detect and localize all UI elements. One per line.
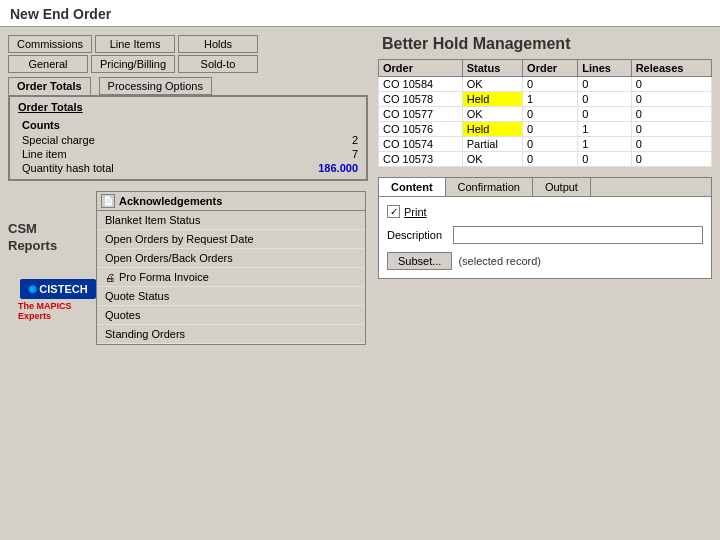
left-panel: Commissions Line Items Holds General Pri… — [8, 35, 368, 529]
content-tabs: Content Confirmation Output — [379, 178, 711, 197]
line-item-label: Line item — [22, 148, 278, 160]
tab-line-items[interactable]: Line Items — [95, 35, 175, 53]
cell-type: CO 10578 — [379, 92, 463, 107]
cell-order: 0 — [523, 122, 578, 137]
list-item[interactable]: Blanket Item Status — [97, 211, 365, 230]
cell-status: Partial — [462, 137, 522, 152]
table-row[interactable]: CO 10576 Held 0 1 0 — [379, 122, 712, 137]
list-item[interactable]: 🖨 Pro Forma Invoice — [97, 268, 365, 287]
bottom-left-area: CSM Reports ◉ CISTECH The MAPICS Experts — [8, 191, 368, 345]
bhm-table: Order Status Order Lines Releases CO 105… — [378, 59, 712, 167]
cell-status: Held — [462, 122, 522, 137]
counts-label: Counts — [22, 119, 358, 131]
logo-text: CISTECH — [39, 283, 87, 295]
cell-type: CO 10573 — [379, 152, 463, 167]
cell-order: 1 — [523, 92, 578, 107]
table-row[interactable]: CO 10574 Partial 0 1 0 — [379, 137, 712, 152]
tab-order-totals[interactable]: Order Totals — [8, 77, 91, 95]
print-label: Print — [404, 206, 427, 218]
cell-lines: 1 — [578, 137, 631, 152]
cell-lines: 1 — [578, 122, 631, 137]
cell-lines: 0 — [578, 107, 631, 122]
csm-label-line2: Reports — [8, 238, 57, 253]
ack-item-label: Pro Forma Invoice — [119, 271, 209, 283]
tab-row-1: Commissions Line Items Holds — [8, 35, 368, 53]
tab-holds[interactable]: Holds — [178, 35, 258, 53]
ack-item-label: Open Orders by Request Date — [105, 233, 254, 245]
print-checkbox[interactable]: ✓ — [387, 205, 400, 218]
content-area: Commissions Line Items Holds General Pri… — [0, 27, 720, 537]
quantity-hash-value: 186.000 — [278, 162, 358, 174]
print-row: ✓ Print — [387, 205, 703, 218]
panel-title: Order Totals — [18, 101, 358, 113]
tab-output[interactable]: Output — [533, 178, 591, 196]
cell-status: OK — [462, 107, 522, 122]
cell-releases: 0 — [631, 92, 711, 107]
col-lines: Lines — [578, 60, 631, 77]
ack-icon: 📄 — [101, 194, 115, 208]
cell-status: OK — [462, 152, 522, 167]
list-item[interactable]: Open Orders by Request Date — [97, 230, 365, 249]
acknowledgements-panel: 📄 Acknowledgements Blanket Item Status O… — [96, 191, 366, 345]
tab-content[interactable]: Content — [379, 178, 446, 196]
csm-reports-label: CSM Reports ◉ CISTECH The MAPICS Experts — [8, 191, 88, 345]
tab-sold-to[interactable]: Sold-to — [178, 55, 258, 73]
quantity-hash-label: Quantity hash total — [22, 162, 278, 174]
cell-type: CO 10576 — [379, 122, 463, 137]
line-item-value: 7 — [278, 148, 358, 160]
cell-releases: 0 — [631, 152, 711, 167]
cell-releases: 0 — [631, 137, 711, 152]
col-status: Status — [462, 60, 522, 77]
cell-type: CO 10584 — [379, 77, 463, 92]
cell-status: OK — [462, 77, 522, 92]
col-order: Order — [379, 60, 463, 77]
window-title: New End Order — [10, 6, 111, 22]
description-field[interactable] — [453, 226, 703, 244]
cell-order: 0 — [523, 137, 578, 152]
special-charge-value: 2 — [278, 134, 358, 146]
subset-button[interactable]: Subset... — [387, 252, 452, 270]
cell-type: CO 10577 — [379, 107, 463, 122]
tab-pricing-billing[interactable]: Pricing/Billing — [91, 55, 175, 73]
cell-order: 0 — [523, 107, 578, 122]
cell-type: CO 10574 — [379, 137, 463, 152]
bhm-title: Better Hold Management — [378, 35, 712, 53]
main-tab-row: Order Totals Processing Options — [8, 77, 368, 95]
list-item[interactable]: Quotes — [97, 306, 365, 325]
subset-row: Subset... (selected record) — [387, 252, 703, 270]
list-item[interactable]: Standing Orders — [97, 325, 365, 344]
cell-lines: 0 — [578, 152, 631, 167]
tab-confirmation[interactable]: Confirmation — [446, 178, 533, 196]
table-row: Special charge 2 — [22, 133, 358, 147]
counts-section: Counts Special charge 2 Line item 7 Quan… — [18, 119, 358, 175]
description-row: Description — [387, 226, 703, 244]
list-item[interactable]: Quote Status — [97, 287, 365, 306]
content-confirmation-panel: Content Confirmation Output ✓ Print Desc… — [378, 177, 712, 279]
cell-order: 0 — [523, 152, 578, 167]
cell-releases: 0 — [631, 122, 711, 137]
tab-processing-options[interactable]: Processing Options — [99, 77, 212, 95]
tab-commissions[interactable]: Commissions — [8, 35, 92, 53]
cell-lines: 0 — [578, 77, 631, 92]
ack-item-label: Quote Status — [105, 290, 169, 302]
main-window: New End Order Commissions Line Items Hol… — [0, 0, 720, 540]
logo-box: ◉ CISTECH — [20, 279, 95, 299]
tab-row-2: General Pricing/Billing Sold-to — [8, 55, 368, 73]
logo-subtitle: The MAPICS Experts — [18, 301, 98, 321]
printer-icon: 🖨 — [105, 272, 115, 283]
col-order-count: Order — [523, 60, 578, 77]
logo-area: ◉ CISTECH The MAPICS Experts — [18, 279, 98, 321]
bhm-section: Better Hold Management Order Status Orde… — [378, 35, 712, 167]
cell-lines: 0 — [578, 92, 631, 107]
table-row[interactable]: CO 10578 Held 1 0 0 — [379, 92, 712, 107]
tab-general[interactable]: General — [8, 55, 88, 73]
table-row[interactable]: CO 10584 OK 0 0 0 — [379, 77, 712, 92]
right-panel: Better Hold Management Order Status Orde… — [378, 35, 712, 529]
ack-item-label: Blanket Item Status — [105, 214, 200, 226]
table-row[interactable]: CO 10577 OK 0 0 0 — [379, 107, 712, 122]
list-item[interactable]: Open Orders/Back Orders — [97, 249, 365, 268]
table-row[interactable]: CO 10573 OK 0 0 0 — [379, 152, 712, 167]
content-tab-body: ✓ Print Description Subset... (selected … — [379, 197, 711, 278]
ack-item-label: Quotes — [105, 309, 140, 321]
subset-value: (selected record) — [458, 255, 541, 267]
